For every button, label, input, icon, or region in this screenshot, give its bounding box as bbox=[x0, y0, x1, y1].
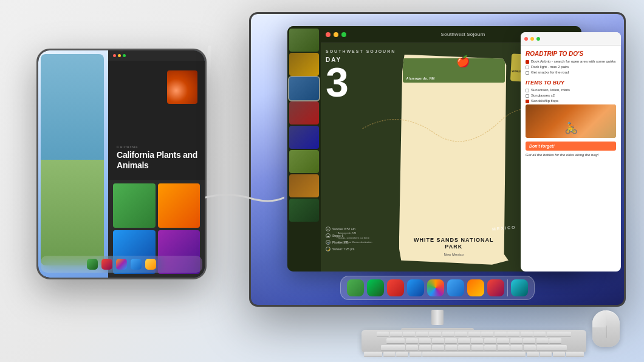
key[interactable] bbox=[498, 345, 510, 350]
key-shift-left[interactable] bbox=[364, 352, 382, 357]
monitor-dock bbox=[340, 276, 535, 300]
notes-buy-checkbox-1[interactable] bbox=[526, 89, 529, 92]
key[interactable] bbox=[419, 345, 431, 350]
dock-icon-photos[interactable] bbox=[116, 259, 127, 270]
key[interactable] bbox=[432, 338, 444, 344]
key[interactable] bbox=[484, 338, 496, 344]
dock-icon-notes[interactable] bbox=[145, 259, 156, 270]
sidebar-thumb-7[interactable] bbox=[289, 174, 319, 197]
monitor-dock-news[interactable] bbox=[487, 279, 504, 296]
key[interactable] bbox=[540, 352, 552, 357]
key[interactable] bbox=[533, 332, 546, 337]
apple-sticker: 🍎 bbox=[456, 55, 470, 68]
studio-display: Southwest Sojourn Southwest Sojourn DAY … bbox=[249, 12, 626, 340]
notes-maximize-button[interactable] bbox=[536, 37, 540, 41]
ipad-thumb-2 bbox=[158, 183, 200, 227]
key[interactable] bbox=[471, 345, 484, 350]
dock-icon-music[interactable] bbox=[101, 259, 112, 270]
key[interactable] bbox=[390, 332, 402, 337]
ipad-stage-manager-thumbnail[interactable] bbox=[41, 54, 104, 265]
minimize-button[interactable] bbox=[334, 32, 338, 37]
notes-checkbox-2[interactable] bbox=[526, 66, 529, 69]
sidebar-thumb-3-active[interactable] bbox=[289, 77, 319, 100]
key[interactable] bbox=[549, 338, 561, 344]
key[interactable] bbox=[406, 345, 418, 350]
key[interactable] bbox=[455, 332, 467, 337]
key[interactable] bbox=[409, 352, 422, 357]
key[interactable] bbox=[442, 332, 454, 337]
key[interactable] bbox=[396, 352, 408, 357]
sidebar-thumb-1[interactable] bbox=[289, 29, 319, 52]
key[interactable] bbox=[377, 332, 389, 337]
notes-close-button[interactable] bbox=[524, 37, 528, 41]
notes-buy-checkbox-2[interactable] bbox=[526, 94, 529, 98]
maximize-button-dot[interactable] bbox=[123, 54, 126, 57]
magic-keyboard bbox=[361, 330, 586, 353]
notes-checkbox-1[interactable] bbox=[526, 60, 529, 64]
magic-mouse[interactable] bbox=[592, 310, 620, 350]
key[interactable] bbox=[510, 345, 522, 350]
maximize-button[interactable] bbox=[341, 32, 346, 37]
key[interactable] bbox=[521, 332, 533, 337]
monitor-dock-zoom[interactable] bbox=[407, 279, 424, 296]
notes-floating-panel[interactable]: ROADTRIP TO DO'S Book Airbnb - search fo… bbox=[521, 32, 621, 272]
monitor-dock-facetime[interactable] bbox=[367, 279, 384, 296]
key[interactable] bbox=[524, 345, 536, 350]
usb-cable bbox=[205, 188, 284, 207]
monitor-dock-files[interactable] bbox=[447, 279, 464, 296]
key[interactable] bbox=[383, 352, 396, 357]
sunrise-text: Sunrise: 6:57 am bbox=[332, 227, 355, 231]
notes-buy-checkbox-3[interactable] bbox=[526, 100, 529, 103]
key-shift-right[interactable] bbox=[566, 352, 584, 357]
ipad-book-title: California Plants and Animals bbox=[117, 150, 200, 171]
key[interactable] bbox=[432, 345, 444, 350]
notes-checkbox-3[interactable] bbox=[526, 71, 529, 75]
key[interactable] bbox=[429, 332, 441, 337]
mouse-left-button[interactable] bbox=[592, 310, 606, 327]
sidebar-thumb-8[interactable] bbox=[289, 199, 319, 222]
sidebar-thumb-2[interactable] bbox=[289, 53, 319, 76]
key[interactable] bbox=[510, 338, 522, 344]
key[interactable] bbox=[495, 332, 507, 337]
key-caps[interactable] bbox=[381, 345, 405, 350]
key[interactable] bbox=[507, 332, 519, 337]
key[interactable] bbox=[553, 352, 565, 357]
key[interactable] bbox=[497, 338, 509, 344]
key[interactable] bbox=[471, 338, 483, 344]
key-tab[interactable] bbox=[386, 338, 405, 344]
notes-buy-text-2: Sunglasses x2 bbox=[531, 94, 555, 97]
notes-section2-title: ITEMS TO BUY bbox=[526, 80, 616, 86]
notes-minimize-button[interactable] bbox=[530, 37, 534, 41]
close-button-dot[interactable] bbox=[113, 54, 116, 57]
key[interactable] bbox=[468, 332, 481, 337]
dock-icon-files[interactable] bbox=[131, 259, 142, 270]
key[interactable] bbox=[527, 352, 539, 357]
dock-icon-messages[interactable] bbox=[87, 259, 98, 270]
key[interactable] bbox=[416, 332, 428, 337]
notes-item-2: Pack light - max 2 pairs bbox=[526, 65, 616, 69]
close-button[interactable] bbox=[326, 32, 331, 37]
key[interactable] bbox=[445, 338, 457, 344]
sidebar-thumb-5[interactable] bbox=[289, 126, 319, 149]
monitor-dock-music[interactable] bbox=[387, 279, 404, 296]
minimize-button-dot[interactable] bbox=[118, 54, 121, 57]
key-return[interactable] bbox=[536, 345, 567, 350]
key[interactable] bbox=[403, 332, 415, 337]
monitor-dock-notes[interactable] bbox=[467, 279, 484, 296]
key[interactable] bbox=[523, 338, 535, 344]
key[interactable] bbox=[406, 338, 418, 344]
key[interactable] bbox=[481, 332, 493, 337]
monitor-dock-messages[interactable] bbox=[347, 279, 364, 296]
key[interactable] bbox=[458, 338, 470, 344]
key-delete[interactable] bbox=[547, 332, 571, 337]
monitor-dock-extra[interactable] bbox=[511, 279, 528, 296]
key[interactable] bbox=[458, 345, 470, 350]
key[interactable] bbox=[445, 345, 457, 350]
sidebar-thumb-6[interactable] bbox=[289, 150, 319, 173]
key[interactable] bbox=[484, 345, 496, 350]
monitor-dock-photos[interactable] bbox=[427, 279, 444, 296]
sidebar-thumb-4[interactable] bbox=[289, 101, 319, 125]
key[interactable] bbox=[419, 338, 431, 344]
key-space[interactable] bbox=[422, 352, 526, 357]
key[interactable] bbox=[536, 338, 549, 344]
